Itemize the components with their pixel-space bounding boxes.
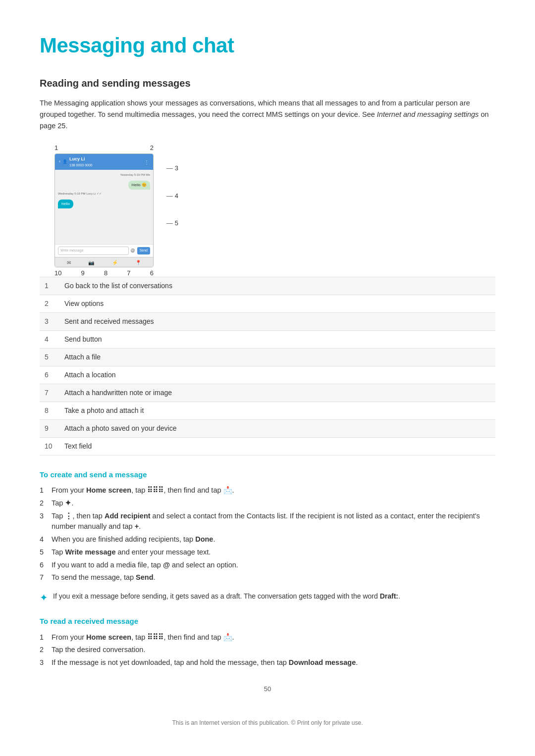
- sent-meta: Yesterday 5:19 PM Me: [58, 173, 150, 177]
- annotation-text: View options: [59, 295, 495, 312]
- callout-num-2: 2: [150, 143, 154, 153]
- section1-intro: The Messaging application shows your mes…: [40, 98, 495, 132]
- send-button[interactable]: Send: [137, 247, 150, 254]
- section1-heading: Reading and sending messages: [40, 76, 495, 91]
- step-number: 7: [40, 572, 48, 583]
- annotation-text: Attach a file: [59, 348, 495, 366]
- annotation-number: 6: [40, 366, 59, 384]
- messages-area: Yesterday 5:19 PM Me Hello 😊 Wednesday 5…: [55, 170, 153, 244]
- callout-num-6: 6: [150, 268, 154, 278]
- toolbar-message-icon: ✉: [67, 259, 71, 266]
- tip-text: If you exit a message before sending, it…: [53, 591, 400, 602]
- phone-mockup-wrapper: 1 2 ‹ 👤 Lucy Li 138 0003 0000 ⋮: [40, 143, 178, 272]
- annotation-number: 10: [40, 437, 59, 455]
- top-callout-numbers: 1 2: [54, 143, 154, 153]
- annotation-text: Send button: [59, 330, 495, 348]
- annotation-row: 2View options: [40, 295, 495, 312]
- step-number: 5: [40, 547, 48, 558]
- step-text: If you want to add a media file, tap @ a…: [52, 560, 238, 571]
- create-section-heading: To create and send a message: [40, 469, 495, 481]
- read-section-heading: To read a received message: [40, 616, 495, 627]
- step-number: 2: [40, 645, 48, 655]
- annotation-text: Attach a photo saved on your device: [59, 419, 495, 437]
- annotation-row: 3Sent and received messages: [40, 312, 495, 330]
- create-step: 1From your Home screen, tap ⠿⠿⠿, then fi…: [40, 484, 495, 497]
- contact-name: Lucy Li: [69, 156, 93, 163]
- annotation-text: Sent and received messages: [59, 312, 495, 330]
- annotation-number: 2: [40, 295, 59, 312]
- callout-5: 5: [166, 218, 178, 228]
- annotation-number: 4: [40, 330, 59, 348]
- create-step: 4When you are finished adding recipients…: [40, 533, 495, 546]
- annotation-row: 10Text field: [40, 437, 495, 455]
- create-step: 7To send the message, tap Send.: [40, 571, 495, 584]
- phone-toolbar: ✉ 📷 ⚡ 📍: [55, 257, 153, 268]
- annotation-number: 3: [40, 312, 59, 330]
- annotation-row: 8Take a photo and attach it: [40, 402, 495, 419]
- annotation-row: 9Attach a photo saved on your device: [40, 419, 495, 437]
- annotation-text: Attach a location: [59, 366, 495, 384]
- step-text: To send the message, tap Send.: [52, 572, 156, 583]
- create-steps-list: 1From your Home screen, tap ⠿⠿⠿, then fi…: [40, 484, 495, 584]
- step-text: From your Home screen, tap ⠿⠿⠿, then fin…: [52, 485, 234, 496]
- create-step: 5Tap Write message and enter your messag…: [40, 546, 495, 559]
- page-number: 50: [40, 684, 495, 694]
- bottom-callout-numbers: 10 9 8 7 6: [54, 268, 154, 278]
- write-placeholder: Write message: [60, 249, 84, 252]
- callout-num-7: 7: [127, 268, 130, 278]
- callout-num-9: 9: [81, 268, 85, 278]
- tip-box: ✦ If you exit a message before sending, …: [40, 591, 495, 605]
- sent-bubble: Hello 😊: [128, 181, 150, 190]
- annotation-text: Go back to the list of conversations: [59, 277, 495, 295]
- step-text: If the message is not yet downloaded, ta…: [52, 657, 358, 668]
- annotation-row: 5Attach a file: [40, 348, 495, 366]
- annotation-row: 6Attach a location: [40, 366, 495, 384]
- annotation-number: 5: [40, 348, 59, 366]
- step-number: 4: [40, 534, 48, 545]
- callout-4: 4: [166, 191, 178, 201]
- annotation-text: Text field: [59, 437, 495, 455]
- annotation-row: 1Go back to the list of conversations: [40, 277, 495, 295]
- step-number: 6: [40, 560, 48, 571]
- annotation-text: Attach a handwritten note or image: [59, 384, 495, 402]
- contact-number: 138 0003 0000: [69, 163, 93, 168]
- toolbar-camera-icon: 📷: [88, 259, 94, 266]
- callout-num-1: 1: [54, 143, 58, 153]
- back-arrow-icon: ‹: [59, 158, 60, 165]
- contact-info: Lucy Li 138 0003 0000: [69, 156, 93, 168]
- annotation-row: 7Attach a handwritten note or image: [40, 384, 495, 402]
- create-step: 6If you want to add a media file, tap @ …: [40, 559, 495, 572]
- recv-meta: Wednesday 5:19 PM Lucy Li ✓✓: [58, 192, 150, 196]
- toolbar-flash-icon: ⚡: [112, 259, 118, 266]
- tip-icon: ✦: [40, 590, 48, 605]
- step-text: Tap ⋮, then tap Add recipient and select…: [52, 511, 495, 533]
- phone-header-left: ‹ 👤 Lucy Li 138 0003 0000: [59, 156, 93, 168]
- step-text: When you are finished adding recipients,…: [52, 534, 215, 545]
- step-number: 1: [40, 632, 48, 643]
- annotation-number: 8: [40, 402, 59, 419]
- read-step: 1From your Home screen, tap ⠿⠿⠿, then fi…: [40, 631, 495, 644]
- step-text: From your Home screen, tap ⠿⠿⠿, then fin…: [52, 632, 234, 643]
- step-number: 3: [40, 657, 48, 668]
- annotation-row: 4Send button: [40, 330, 495, 348]
- page-title: Messaging and chat: [40, 30, 495, 61]
- write-message-field[interactable]: Write message: [58, 247, 129, 255]
- sent-message: Yesterday 5:19 PM Me Hello 😊: [58, 173, 150, 190]
- step-text: Tap the desired conversation.: [52, 645, 145, 655]
- annotation-text: Take a photo and attach it: [59, 402, 495, 419]
- annotation-table: 1Go back to the list of conversations2Vi…: [40, 277, 495, 455]
- step-number: 2: [40, 498, 48, 509]
- read-steps-list: 1From your Home screen, tap ⠿⠿⠿, then fi…: [40, 631, 495, 669]
- step-text: Tap Write message and enter your message…: [52, 547, 211, 558]
- callout-3: 3: [166, 163, 178, 173]
- annotation-number: 7: [40, 384, 59, 402]
- annotation-number: 1: [40, 277, 59, 295]
- toolbar-pin-icon: 📍: [135, 259, 141, 266]
- recv-bubble: hello: [58, 200, 73, 208]
- create-step: 3Tap ⋮, then tap Add recipient and selec…: [40, 510, 495, 534]
- phone-screen: ‹ 👤 Lucy Li 138 0003 0000 ⋮ Yesterday 5:…: [54, 153, 154, 267]
- attach-icon: @: [131, 248, 135, 254]
- read-step: 2Tap the desired conversation.: [40, 644, 495, 656]
- footer: This is an Internet version of this publ…: [40, 718, 495, 727]
- phone-header: ‹ 👤 Lucy Li 138 0003 0000 ⋮: [55, 154, 153, 170]
